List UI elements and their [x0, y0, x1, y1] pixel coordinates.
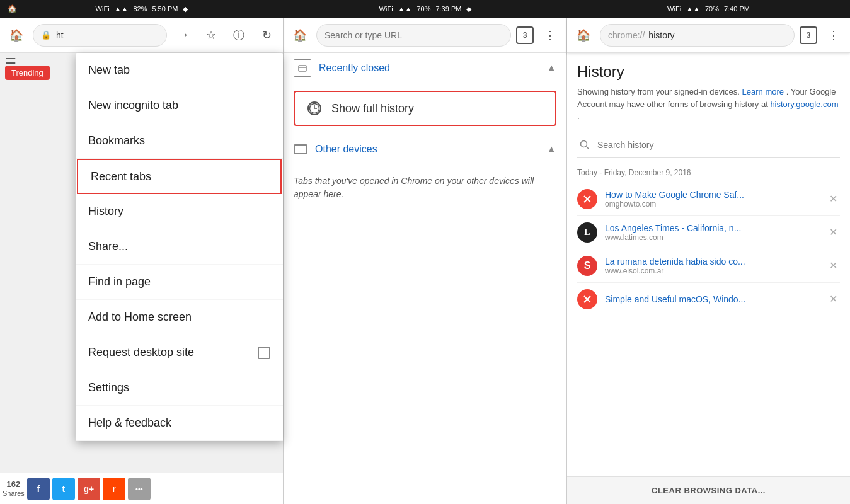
history-item-text-1: How to Make Google Chrome Saf... omghowt… — [605, 190, 819, 209]
menu-item-share[interactable]: Share... — [76, 229, 283, 265]
shares-number: 162 — [3, 479, 25, 490]
time-p1: 5:50 PM — [152, 5, 178, 13]
history-item-close-2[interactable]: ✕ — [827, 224, 840, 241]
request-desktop-checkbox[interactable] — [258, 346, 270, 359]
joomla-icon-4 — [582, 294, 593, 305]
url-text-p1: ht — [56, 30, 64, 40]
menu-label-request-desktop: Request desktop site — [88, 346, 194, 359]
learn-more-link[interactable]: Learn more — [742, 87, 784, 96]
more-share-button[interactable]: ••• — [128, 478, 151, 500]
search-url-input[interactable] — [324, 30, 503, 40]
menu-label-bookmarks: Bookmarks — [88, 134, 145, 147]
wifi-icon-p2: WiFi — [379, 5, 393, 13]
history-item-close-3[interactable]: ✕ — [827, 257, 840, 274]
home-button-p3[interactable]: 🏠 — [572, 24, 595, 47]
menu-item-find-in-page[interactable]: Find in page — [76, 265, 283, 300]
signal-icon-p1: ▲▲ — [115, 5, 129, 13]
history-item-url-3: www.elsol.com.ar — [605, 266, 819, 275]
chrome-scheme: chrome:// — [608, 30, 645, 40]
reddit-share-button[interactable]: r — [103, 478, 125, 500]
home-button-p1[interactable]: 🏠 — [5, 24, 28, 47]
monitor-icon — [294, 144, 307, 154]
dropbox-icon-p1: ◆ — [183, 5, 188, 13]
recently-closed-header: Recently closed ▲ — [284, 53, 566, 83]
battery-p3: 70% — [705, 5, 719, 13]
info-button-p1[interactable]: ⓘ — [227, 24, 250, 47]
menu-label-new-tab: New tab — [88, 64, 130, 77]
history-item-text-3: La rumana detenida habia sido co... www.… — [605, 256, 819, 275]
history-item-close-1[interactable]: ✕ — [827, 190, 840, 207]
menu-item-history[interactable]: History — [76, 194, 283, 229]
other-devices-empty-text: Tabs that you've opened in Chrome on you… — [284, 164, 566, 211]
recently-closed-label: Recently closed — [319, 62, 390, 74]
history-url-bar[interactable]: chrome://history — [600, 24, 795, 47]
tab-icon — [298, 64, 307, 72]
svg-rect-0 — [299, 66, 306, 71]
history-google-link[interactable]: history.google.com — [770, 100, 838, 109]
wifi-icon-p1: WiFi — [96, 5, 110, 13]
history-item: S La rumana detenida habia sido co... ww… — [577, 249, 840, 283]
recently-closed-icon — [294, 59, 311, 77]
menu-item-settings[interactable]: Settings — [76, 370, 283, 406]
menu-label-add-to-home: Add to Home screen — [88, 311, 192, 324]
other-devices-chevron[interactable]: ▲ — [546, 144, 556, 155]
facebook-share-button[interactable]: f — [27, 478, 50, 500]
favicon-elsol: S — [577, 256, 597, 276]
history-item: How to Make Google Chrome Saf... omghowt… — [577, 183, 840, 216]
history-page-content: History Showing history from your signed… — [567, 53, 850, 476]
favicon-latimes: L — [577, 222, 597, 243]
battery-p2: 70% — [416, 5, 430, 13]
menu-label-recent-tabs: Recent tabs — [91, 170, 151, 183]
lock-icon-p1: 🔒 — [41, 30, 51, 40]
menu-label-find-in-page: Find in page — [88, 275, 151, 289]
search-url-bar[interactable] — [316, 24, 511, 47]
show-full-history-button[interactable]: Show full history — [294, 91, 556, 126]
menu-item-request-desktop[interactable]: Request desktop site — [76, 335, 283, 370]
status-bar: 🏠 WiFi ▲▲ 82% 5:50 PM ◆ WiFi ▲▲ 70% 7:39… — [0, 0, 850, 18]
history-item-url-1: omghowto.com — [605, 200, 819, 209]
menu-item-help[interactable]: Help & feedback — [76, 406, 283, 441]
history-search-bar[interactable] — [577, 133, 840, 158]
history-item-text-4: Simple and Useful macOS, Windo... — [605, 294, 819, 304]
shares-count-display: 162 Shares — [3, 479, 25, 498]
refresh-button-p1[interactable]: ↻ — [255, 24, 278, 47]
history-item-close-4[interactable]: ✕ — [827, 290, 840, 307]
recently-closed-chevron[interactable]: ▲ — [546, 62, 556, 74]
subtitle-text-1: Showing history from your signed-in devi… — [577, 87, 740, 96]
other-devices-label: Other devices — [315, 144, 377, 155]
menu-item-bookmarks[interactable]: Bookmarks — [76, 123, 283, 159]
history-item-title-3: La rumana detenida habia sido co... — [605, 256, 819, 266]
history-item-title-4: Simple and Useful macOS, Windo... — [605, 294, 819, 304]
dropbox-icon-p2: ◆ — [466, 5, 471, 13]
address-bar-p1[interactable]: 🔒 ht — [33, 24, 167, 47]
menu-label-history: History — [88, 205, 123, 218]
signal-icon-p2: ▲▲ — [398, 5, 412, 13]
search-history-input[interactable] — [597, 140, 837, 150]
googleplus-share-button[interactable]: g+ — [78, 478, 100, 500]
tab-count-badge-p2[interactable]: 3 — [516, 26, 534, 44]
history-item: L Los Angeles Times - California, n... w… — [577, 216, 840, 249]
menu-item-new-tab[interactable]: New tab — [76, 53, 283, 88]
history-item-url-2: www.latimes.com — [605, 233, 819, 242]
menu-item-add-to-home[interactable]: Add to Home screen — [76, 300, 283, 335]
battery-p1: 82% — [133, 5, 147, 13]
menu-item-recent-tabs[interactable]: Recent tabs — [77, 159, 282, 194]
menu-item-new-incognito-tab[interactable]: New incognito tab — [76, 88, 283, 123]
twitter-share-button[interactable]: t — [52, 478, 75, 500]
browser-toolbar-p3: 🏠 chrome://history 3 ⋮ — [567, 18, 850, 53]
favicon-joomla-4 — [577, 289, 597, 309]
more-menu-button-p3[interactable]: ⋮ — [822, 24, 845, 47]
other-devices-header: Other devices ▲ — [284, 134, 566, 164]
panel-recent-tabs: 🏠 3 ⋮ Recently closed ▲ — [284, 18, 567, 504]
back-button-p1[interactable]: → — [172, 24, 195, 47]
home-button-p2[interactable]: 🏠 — [289, 24, 311, 47]
menu-label-settings: Settings — [88, 381, 129, 394]
clear-browsing-data-button[interactable]: CLEAR BROWSING DATA... — [567, 476, 850, 504]
tab-count-badge-p3[interactable]: 3 — [800, 26, 817, 44]
bookmark-button-p1[interactable]: ☆ — [200, 24, 222, 47]
more-menu-button-p2[interactable]: ⋮ — [539, 24, 561, 47]
clock-icon — [307, 101, 321, 115]
history-page-title: History — [577, 63, 840, 81]
wifi-icon-p3: WiFi — [667, 5, 681, 13]
joomla-icon — [582, 193, 593, 205]
